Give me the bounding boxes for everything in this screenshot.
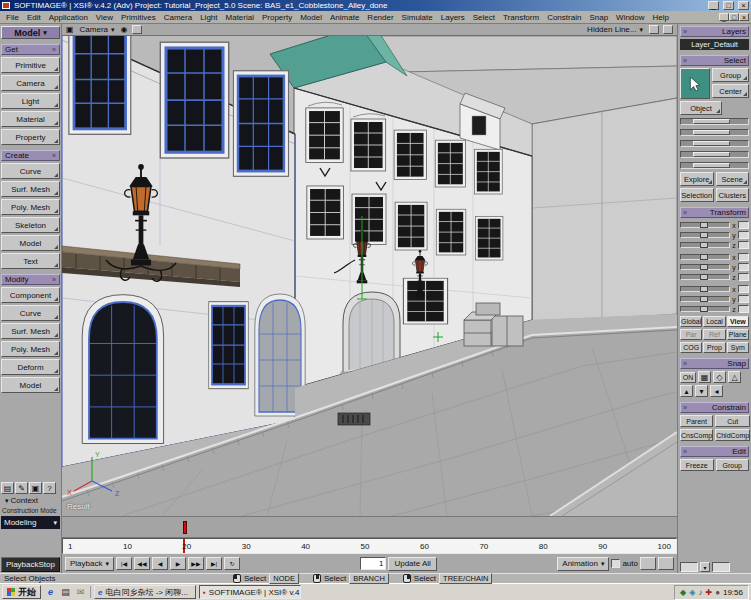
selection-button[interactable]: Selection <box>680 188 714 202</box>
window-control-button[interactable]: □ <box>723 1 734 10</box>
menu-item[interactable]: Light <box>196 12 221 23</box>
transform-space-button[interactable]: View <box>727 316 749 327</box>
constrain-section-header[interactable]: » Constrain <box>680 402 749 413</box>
edit-button[interactable]: Freeze <box>680 459 714 471</box>
menu-item[interactable]: Window <box>612 12 648 23</box>
current-layer-button[interactable]: Layer_Default <box>680 39 749 50</box>
selection-filter-slider[interactable] <box>680 118 749 125</box>
key-icon[interactable] <box>640 557 656 570</box>
scene-button[interactable]: Scene <box>716 172 750 186</box>
menu-item[interactable]: Camera <box>160 12 196 23</box>
viewport-canvas[interactable]: X Y Z <box>62 36 677 516</box>
axis-value-field[interactable] <box>738 305 749 313</box>
modify-tool-button[interactable]: Curve <box>1 305 60 321</box>
range-end-field[interactable] <box>712 562 730 572</box>
axis-value-field[interactable] <box>738 253 749 261</box>
transform-space-button[interactable]: Global <box>680 316 702 327</box>
eye-icon[interactable]: ◉ <box>121 25 128 35</box>
transform-ref-button[interactable]: Ref <box>703 329 725 340</box>
get-tool-button[interactable]: Property <box>1 129 60 145</box>
object-filter-button[interactable]: Object <box>680 101 722 115</box>
transport-button[interactable]: ↻ <box>224 557 240 570</box>
camera-icon[interactable]: ▣ <box>66 25 74 35</box>
snap-option-icon[interactable]: ▴ <box>680 385 693 397</box>
context-selector[interactable]: ▾ Context <box>1 496 60 505</box>
selection-filter-slider[interactable] <box>680 140 749 147</box>
create-tool-button[interactable]: Text <box>1 253 60 269</box>
create-tool-button[interactable]: Model <box>1 235 60 251</box>
translate-axis-slider[interactable] <box>680 286 730 292</box>
resize-viewport-icon[interactable] <box>649 25 659 34</box>
clusters-button[interactable]: Clusters <box>716 188 750 202</box>
group-button[interactable]: Group <box>712 68 749 82</box>
transport-button[interactable]: |◀ <box>116 557 132 570</box>
snap-point-icon[interactable]: ◇ <box>713 371 726 383</box>
selection-filter-slider[interactable] <box>680 162 749 169</box>
animation-menu-button[interactable]: Animation ▾ <box>557 557 609 571</box>
axis-value-field[interactable] <box>738 231 749 239</box>
layers-section-header[interactable]: » Layers <box>680 26 749 37</box>
edit-section-header[interactable]: » Edit <box>680 446 749 457</box>
transport-button[interactable]: ▶▶ <box>188 557 204 570</box>
window-titlebar[interactable]: SOFTIMAGE® | XSI® v.4.2 (Adv) Project: T… <box>0 0 751 11</box>
menu-item[interactable]: Model <box>296 12 326 23</box>
menu-item[interactable]: Application <box>45 12 92 23</box>
window-control-button[interactable]: _ <box>708 1 719 10</box>
constrain-button[interactable]: CnsComp <box>680 429 713 441</box>
get-section-header[interactable]: Get » <box>1 44 60 55</box>
explore-button[interactable]: Explore <box>680 172 714 186</box>
modify-tool-button[interactable]: Poly. Mesh <box>1 341 60 357</box>
viewport-3d[interactable]: X Y Z Result <box>62 36 677 516</box>
playback-menu-button[interactable]: Playback ▾ <box>65 557 114 571</box>
timeline-cursor[interactable] <box>183 521 187 534</box>
menu-item[interactable]: Help <box>649 12 673 23</box>
create-tool-button[interactable]: Curve <box>1 163 60 179</box>
transport-button[interactable]: ◀◀ <box>134 557 150 570</box>
modify-tool-button[interactable]: Deform <box>1 359 60 375</box>
toolbar-mini-icon[interactable]: ▣ <box>29 482 42 494</box>
constrain-button[interactable]: Cut <box>715 415 750 427</box>
menu-item[interactable]: Select <box>469 12 499 23</box>
scale-axis-slider[interactable] <box>680 232 730 238</box>
get-tool-button[interactable]: Primitive <box>1 57 60 73</box>
transform-section-header[interactable]: » Transform <box>680 207 749 218</box>
current-frame-field[interactable]: 1 <box>360 557 386 570</box>
menu-item[interactable]: View <box>92 12 117 23</box>
tray-icon[interactable]: ◆ <box>680 588 686 597</box>
menu-item[interactable]: Property <box>258 12 296 23</box>
selection-filter-slider[interactable] <box>680 151 749 158</box>
menu-item[interactable]: Layers <box>437 12 469 23</box>
rotate-axis-slider[interactable] <box>680 254 730 260</box>
translate-axis-slider[interactable] <box>680 306 730 312</box>
taskbar-task-button[interactable]: e 电白同乡杂坛 -> 闲聊... <box>94 585 196 599</box>
menu-item[interactable]: Material <box>222 12 258 23</box>
edit-button[interactable]: Group <box>716 459 750 471</box>
transport-button[interactable]: ▶ <box>170 557 186 570</box>
transport-button[interactable]: ▶| <box>206 557 222 570</box>
range-start-field[interactable] <box>680 562 698 572</box>
axis-value-field[interactable] <box>738 273 749 281</box>
construction-mode-select[interactable]: Modeling ▾ <box>1 516 60 529</box>
modify-tool-button[interactable]: Surf. Mesh <box>1 323 60 339</box>
transform-pivot-button[interactable]: Prop <box>703 342 725 353</box>
mdi-window-control-button[interactable]: _ <box>719 13 729 21</box>
transform-pivot-button[interactable]: Sym <box>727 342 749 353</box>
quick-launch-icon[interactable]: ✉ <box>74 586 87 598</box>
timeline-slider[interactable] <box>62 516 677 538</box>
tray-icon[interactable]: ♪ <box>698 588 702 597</box>
create-tool-button[interactable]: Surf. Mesh <box>1 181 60 197</box>
snap-option-icon[interactable]: ▾ <box>695 385 708 397</box>
menu-item[interactable]: Snap <box>585 12 612 23</box>
spinner-up-icon[interactable]: ▾ <box>700 562 710 572</box>
playback-stop-button[interactable]: PlaybackStop <box>1 557 60 572</box>
create-tool-button[interactable]: Skeleton <box>1 217 60 233</box>
scale-axis-slider[interactable] <box>680 242 730 248</box>
scale-axis-slider[interactable] <box>680 222 730 228</box>
toolbar-mini-icon[interactable]: ▤ <box>1 482 14 494</box>
center-button[interactable]: Center <box>712 84 749 98</box>
rotate-axis-slider[interactable] <box>680 264 730 270</box>
menu-item[interactable]: File <box>2 12 23 23</box>
select-section-header[interactable]: » Select <box>680 55 749 66</box>
get-tool-button[interactable]: Light <box>1 93 60 109</box>
create-section-header[interactable]: Create » <box>1 150 60 161</box>
